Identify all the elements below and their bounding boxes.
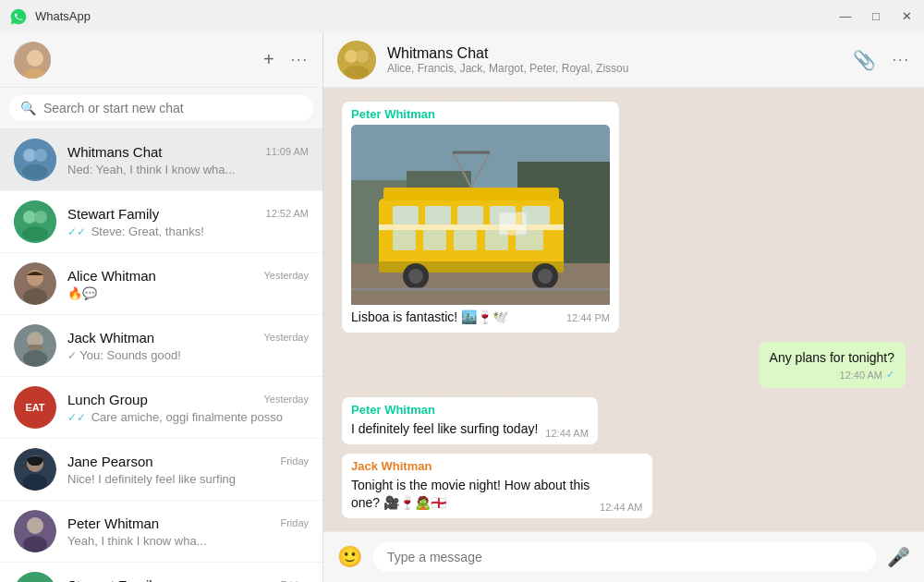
search-bar: 🔍 (0, 88, 322, 129)
svg-point-20 (23, 474, 47, 491)
chat-menu-button[interactable]: ··· (893, 52, 910, 68)
chat-preview-lunch: ✓✓ Care amiche, oggi finalmente posso (67, 410, 309, 424)
message-sender-peter2: Peter Whitman (351, 403, 589, 417)
message-sender-peter: Peter Whitman (351, 107, 610, 121)
chat-item-alice[interactable]: Alice Whitman Yesterday 🔥💬 (0, 253, 322, 315)
message-meta-sent: 12:40 AM ✓ (770, 369, 894, 381)
search-input-wrap: 🔍 (9, 95, 313, 121)
chat-time-stewart1: 12:52 AM (266, 208, 309, 219)
message-sender-jack: Jack Whitman (351, 459, 643, 473)
svg-rect-45 (454, 230, 477, 250)
double-tick-icon: ✓✓ (67, 225, 86, 238)
svg-rect-44 (423, 230, 446, 250)
svg-point-10 (22, 226, 48, 241)
svg-point-31 (345, 66, 369, 79)
svg-point-23 (23, 536, 47, 552)
chat-top-stewart1: Stewart Family 12:52 AM (67, 206, 309, 222)
svg-rect-40 (457, 206, 483, 224)
message-text-peter-surfing: I definitely feel like surfing today! (351, 420, 538, 439)
svg-point-29 (345, 50, 358, 63)
svg-rect-59 (499, 212, 527, 235)
chat-top-stewart2: Stewart Family Friday (67, 577, 309, 583)
chat-avatar-lunch: EAT (14, 386, 56, 429)
chat-top-lunch: Lunch Group Yesterday (67, 392, 309, 407)
voice-button[interactable]: 🎤 (887, 546, 910, 568)
minimize-button[interactable]: — (837, 9, 854, 23)
chat-header-members: Alice, Francis, Jack, Margot, Peter, Roy… (387, 62, 842, 75)
chat-time-jane: Friday (280, 455, 309, 467)
chat-item-lunch[interactable]: EAT Lunch Group Yesterday ✓✓ Care amiche… (0, 377, 322, 439)
chat-avatar-stewart2 (14, 572, 56, 582)
svg-point-22 (27, 517, 43, 534)
sidebar-actions: + ··· (263, 49, 309, 70)
message-input[interactable] (373, 542, 876, 572)
chat-avatar-whitmans (14, 139, 56, 181)
message-peter-surfing: Peter Whitman I definitely feel like sur… (342, 397, 598, 444)
chat-item-peter[interactable]: Peter Whitman Friday Yeah, I think I kno… (0, 501, 322, 563)
chat-preview-whitmans: Ned: Yeah, I think I know wha... (67, 163, 309, 176)
chat-item-whitmans[interactable]: Whitmans Chat 11:09 AM Ned: Yeah, I thin… (0, 129, 322, 191)
svg-point-4 (23, 149, 36, 162)
chat-time-lunch: Yesterday (263, 394, 309, 405)
whatsapp-logo-icon (9, 7, 28, 26)
chat-top-whitmans: Whitmans Chat 11:09 AM (67, 144, 309, 160)
chat-list: Whitmans Chat 11:09 AM Ned: Yeah, I thin… (0, 129, 322, 582)
chat-name-whitmans: Whitmans Chat (67, 144, 163, 160)
chat-preview-alice: 🔥💬 (67, 286, 309, 300)
messages-area: Peter Whitman (323, 88, 924, 531)
svg-point-8 (23, 211, 36, 224)
close-button[interactable]: ✕ (898, 9, 915, 23)
chat-info-lunch: Lunch Group Yesterday ✓✓ Care amiche, og… (67, 392, 309, 424)
maximize-button[interactable]: □ (868, 9, 884, 23)
svg-point-1 (27, 50, 43, 67)
svg-rect-38 (393, 206, 419, 224)
window-controls: — □ ✕ (837, 9, 915, 23)
app-container: + ··· 🔍 (0, 32, 924, 582)
chat-avatar-stewart1 (14, 200, 56, 243)
message-input-area: 🙂 🎤 (323, 531, 924, 582)
chat-info-stewart2: Stewart Family Friday Steve: Great, than… (67, 577, 309, 583)
message-text-sent: Any plans for tonight? (770, 350, 894, 365)
titlebar: WhatsApp — □ ✕ (0, 0, 924, 32)
chat-avatar-jane (14, 448, 56, 491)
chat-top-jane: Jane Pearson Friday (67, 454, 309, 469)
chat-item-jack[interactable]: Jack Whitman Yesterday ✓ You: Sounds goo… (0, 315, 322, 377)
svg-point-16 (23, 350, 47, 367)
chat-info-jane: Jane Pearson Friday Nice! I definitely f… (67, 454, 309, 486)
emoji-button[interactable]: 🙂 (337, 545, 362, 569)
sent-tick-icon: ✓ (886, 369, 894, 381)
message-bubble-sent: Any plans for tonight? 12:40 AM ✓ (759, 342, 906, 389)
my-avatar[interactable] (14, 42, 51, 79)
chat-name-alice: Alice Whitman (67, 268, 156, 284)
menu-button[interactable]: ··· (291, 52, 309, 68)
svg-rect-54 (383, 188, 559, 200)
svg-point-30 (356, 50, 369, 63)
new-chat-button[interactable]: + (263, 49, 274, 70)
chat-avatar-jack (14, 324, 56, 367)
message-peter-image: Peter Whitman (342, 102, 619, 333)
search-input[interactable] (43, 101, 302, 115)
chat-header-name: Whitmans Chat (387, 45, 842, 62)
svg-point-6 (22, 164, 48, 179)
svg-point-13 (23, 288, 47, 305)
chat-item-stewart1[interactable]: Stewart Family 12:52 AM ✓✓ Steve: Great,… (0, 191, 322, 253)
chat-item-stewart2[interactable]: Stewart Family Friday Steve: Great, than… (0, 563, 322, 582)
chat-top-jack: Jack Whitman Yesterday (67, 330, 309, 346)
chat-header-info: Whitmans Chat Alice, Francis, Jack, Marg… (387, 45, 842, 75)
app-title: WhatsApp (35, 9, 91, 23)
tram-image (351, 125, 610, 305)
chat-top-peter: Peter Whitman Friday (67, 515, 309, 531)
message-sent-tonight: Any plans for tonight? 12:40 AM ✓ (759, 342, 906, 389)
chat-name-lunch: Lunch Group (67, 392, 148, 407)
svg-point-51 (408, 269, 423, 284)
chat-preview-jane: Nice! I definitely feel like surfing (67, 472, 309, 486)
chat-name-jane: Jane Pearson (67, 454, 153, 469)
chat-preview-peter: Yeah, I think I know wha... (67, 534, 309, 548)
message-bubble-peter-image: Peter Whitman (342, 102, 619, 333)
attachment-button[interactable]: 📎 (853, 49, 876, 71)
chat-item-jane[interactable]: Jane Pearson Friday Nice! I definitely f… (0, 439, 322, 501)
chat-header-actions: 📎 ··· (853, 49, 910, 71)
chat-info-whitmans: Whitmans Chat 11:09 AM Ned: Yeah, I thin… (67, 144, 309, 176)
message-jack-movie: Jack Whitman Tonight is the movie night!… (342, 454, 652, 518)
chat-preview-jack: ✓ You: Sounds good! (67, 348, 309, 362)
